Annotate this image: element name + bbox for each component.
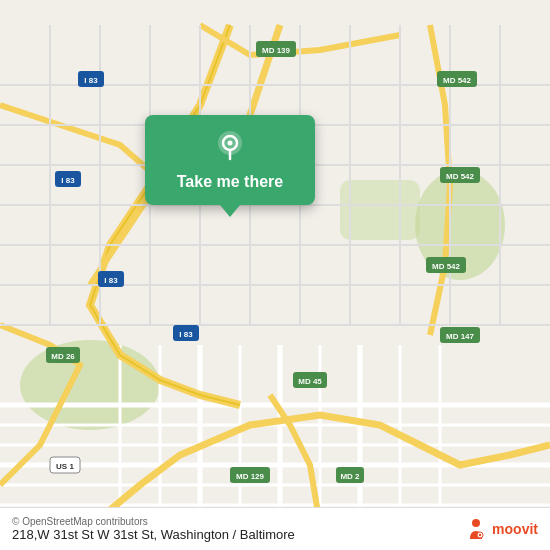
bottom-bar: © OpenStreetMap contributors 218,W 31st … <box>0 507 550 550</box>
svg-text:I 83: I 83 <box>179 330 193 339</box>
location-popup[interactable]: Take me there <box>145 115 315 217</box>
svg-text:MD 2: MD 2 <box>340 472 360 481</box>
svg-text:MD 129: MD 129 <box>236 472 265 481</box>
svg-text:MD 45: MD 45 <box>298 377 322 386</box>
moovit-icon <box>464 517 488 541</box>
take-me-there-label: Take me there <box>177 173 283 191</box>
moovit-branding: moovit <box>464 517 538 541</box>
location-pin-icon <box>212 129 248 165</box>
svg-text:I 83: I 83 <box>104 276 118 285</box>
map-roads: I 83 I 83 I 83 I 83 MD 139 MD 542 MD 542… <box>0 0 550 550</box>
svg-text:MD 147: MD 147 <box>446 332 475 341</box>
map-container: I 83 I 83 I 83 I 83 MD 139 MD 542 MD 542… <box>0 0 550 550</box>
address-label: 218,W 31st St W 31st St, Washington / Ba… <box>12 527 295 542</box>
svg-text:MD 542: MD 542 <box>443 76 472 85</box>
svg-text:I 83: I 83 <box>84 76 98 85</box>
svg-point-67 <box>472 519 480 527</box>
svg-text:US 1: US 1 <box>56 462 74 471</box>
address-section: © OpenStreetMap contributors 218,W 31st … <box>12 516 295 542</box>
map-attribution: © OpenStreetMap contributors <box>12 516 295 527</box>
svg-point-69 <box>479 534 481 536</box>
popup-box[interactable]: Take me there <box>145 115 315 205</box>
moovit-text: moovit <box>492 521 538 537</box>
svg-point-0 <box>20 340 160 430</box>
svg-text:MD 542: MD 542 <box>432 262 461 271</box>
svg-text:MD 542: MD 542 <box>446 172 475 181</box>
svg-text:MD 139: MD 139 <box>262 46 291 55</box>
svg-rect-2 <box>340 180 420 240</box>
svg-text:I 83: I 83 <box>61 176 75 185</box>
svg-point-65 <box>228 141 233 146</box>
popup-arrow <box>220 205 240 217</box>
svg-text:MD 26: MD 26 <box>51 352 75 361</box>
